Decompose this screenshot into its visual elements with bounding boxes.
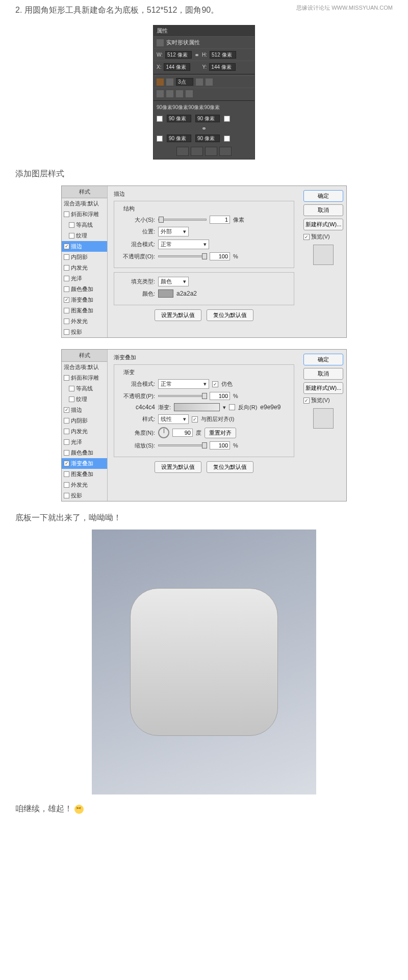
texture-item[interactable]: 纹理 <box>62 230 107 241</box>
reset-default-button[interactable]: 复位为默认值 <box>207 309 253 321</box>
fill-type-select[interactable]: 颜色 <box>158 277 189 286</box>
make-default-button[interactable]: 设置为默认值 <box>155 309 201 321</box>
blend-select[interactable]: 正常 <box>158 240 209 249</box>
angle-input[interactable] <box>172 429 193 437</box>
continue-caption: 咱继续，雄起！ <box>15 804 393 814</box>
result-rounded-rect <box>130 588 278 736</box>
fill-color-icon[interactable] <box>157 78 164 86</box>
satin-item-2[interactable]: 光泽 <box>62 437 107 447</box>
gradient-swatch[interactable] <box>174 403 220 411</box>
pattern-overlay-item-2[interactable]: 图案叠加 <box>62 469 107 480</box>
bevel-item-2[interactable]: 斜面和浮雕 <box>62 373 107 383</box>
angle-dial[interactable] <box>158 427 169 438</box>
preview-label: 预览(V) <box>311 233 330 241</box>
gradient-group-label: 渐变 <box>121 368 137 376</box>
grad-style-select[interactable]: 线性 <box>158 414 189 424</box>
grad-blend-select[interactable]: 正常 <box>158 379 209 389</box>
grad-style-label: 样式: <box>119 415 155 423</box>
new-style-button-2[interactable]: 新建样式(W)... <box>303 382 343 394</box>
color-overlay-item-2[interactable]: 颜色叠加 <box>62 447 107 458</box>
color-label: 颜色: <box>119 290 155 298</box>
pattern-overlay-item[interactable]: 图案叠加 <box>62 305 107 316</box>
panel-btn-3[interactable] <box>205 147 217 156</box>
opacity-input[interactable] <box>210 252 230 260</box>
opacity-slider[interactable] <box>158 255 207 257</box>
preview-checkbox[interactable] <box>303 234 310 240</box>
gradient-overlay-item-2[interactable]: 渐变叠加 <box>62 458 107 469</box>
size-slider[interactable] <box>158 219 207 221</box>
x-input[interactable] <box>164 63 190 71</box>
corner-tl-link[interactable] <box>157 116 163 122</box>
align4-icon[interactable] <box>186 90 193 97</box>
scale-input[interactable] <box>210 441 230 449</box>
color-overlay-item[interactable]: 颜色叠加 <box>62 284 107 295</box>
shape-type-label: 实时形状属性 <box>166 39 200 46</box>
outer-glow-item-2[interactable]: 外发光 <box>62 480 107 490</box>
corner-tr-link[interactable] <box>224 116 230 122</box>
reset-default-button-2[interactable]: 复位为默认值 <box>207 461 253 473</box>
preview-swatch <box>313 245 334 265</box>
inner-shadow-item-2[interactable]: 内阴影 <box>62 415 107 426</box>
drop-shadow-item-2[interactable]: 投影 <box>62 490 107 501</box>
corner-bl-link[interactable] <box>157 136 163 142</box>
align2-icon[interactable] <box>166 90 173 97</box>
stroke-style-icon[interactable] <box>196 78 203 86</box>
make-default-button-2[interactable]: 设置为默认值 <box>155 461 201 473</box>
blending-options-item[interactable]: 混合选项:默认 <box>62 198 107 209</box>
link-wh-icon[interactable]: ⚭ <box>194 51 199 59</box>
stroke-item[interactable]: 描边 <box>62 241 107 252</box>
stroke-color-swatch[interactable] <box>158 289 173 298</box>
contour-item-2[interactable]: 等高线 <box>62 383 107 394</box>
preview-checkbox-2[interactable] <box>303 398 310 404</box>
corner-tl-input[interactable] <box>167 115 191 122</box>
texture-item-2[interactable]: 纹理 <box>62 394 107 405</box>
grad-opacity-input[interactable] <box>210 392 230 400</box>
contour-item[interactable]: 等高线 <box>62 220 107 230</box>
inner-shadow-item[interactable]: 内阴影 <box>62 252 107 262</box>
size-input[interactable] <box>210 216 230 224</box>
grad-color-right: e9e9e9 <box>260 404 280 411</box>
satin-item[interactable]: 光泽 <box>62 273 107 284</box>
align3-icon[interactable] <box>176 90 183 97</box>
position-select[interactable]: 外部 <box>158 227 189 236</box>
ok-button-2[interactable]: 确定 <box>303 354 343 365</box>
drop-shadow-item[interactable]: 投影 <box>62 327 107 337</box>
corner-br-input[interactable] <box>195 135 220 142</box>
inner-glow-item[interactable]: 内发光 <box>62 262 107 273</box>
reset-align-button[interactable]: 重置对齐 <box>205 428 236 438</box>
reverse-checkbox[interactable] <box>229 404 235 410</box>
align1-icon[interactable] <box>157 90 164 97</box>
scale-slider[interactable] <box>158 444 207 446</box>
corner-tr-input[interactable] <box>195 115 220 122</box>
stroke-item-2[interactable]: 描边 <box>62 405 107 415</box>
width-input[interactable] <box>165 51 192 59</box>
corner-link-icon[interactable]: ⚭ <box>201 125 207 132</box>
cancel-button[interactable]: 取消 <box>303 204 343 216</box>
align-layer-checkbox[interactable] <box>192 416 198 422</box>
gradient-overlay-item[interactable]: 渐变叠加 <box>62 295 107 305</box>
opacity-unit: % <box>233 253 238 259</box>
preview-swatch-2 <box>313 408 334 429</box>
corner-br-link[interactable] <box>224 136 230 142</box>
corner-bl-input[interactable] <box>167 135 191 142</box>
reverse-label: 反向(R) <box>238 404 257 411</box>
height-input[interactable] <box>210 51 236 59</box>
grad-opacity-label: 不透明度(P): <box>119 392 155 400</box>
new-style-button[interactable]: 新建样式(W)... <box>303 219 343 230</box>
inner-glow-item-2[interactable]: 内发光 <box>62 426 107 437</box>
ok-button[interactable]: 确定 <box>303 190 343 202</box>
stroke-options-icon[interactable] <box>206 78 213 86</box>
y-input[interactable] <box>209 63 236 71</box>
dither-checkbox[interactable] <box>212 381 218 387</box>
panel-btn-2[interactable] <box>191 147 203 156</box>
panel-btn-1[interactable] <box>176 147 189 156</box>
cancel-button-2[interactable]: 取消 <box>303 368 343 380</box>
y-label: Y: <box>202 64 207 70</box>
stroke-width-input[interactable] <box>176 78 193 86</box>
grad-opacity-slider[interactable] <box>158 395 207 397</box>
outer-glow-item[interactable]: 外发光 <box>62 316 107 327</box>
stroke-icon[interactable] <box>166 78 173 86</box>
panel-btn-4[interactable] <box>219 147 232 156</box>
bevel-item[interactable]: 斜面和浮雕 <box>62 209 107 220</box>
blending-options-item-2[interactable]: 混合选项:默认 <box>62 362 107 373</box>
